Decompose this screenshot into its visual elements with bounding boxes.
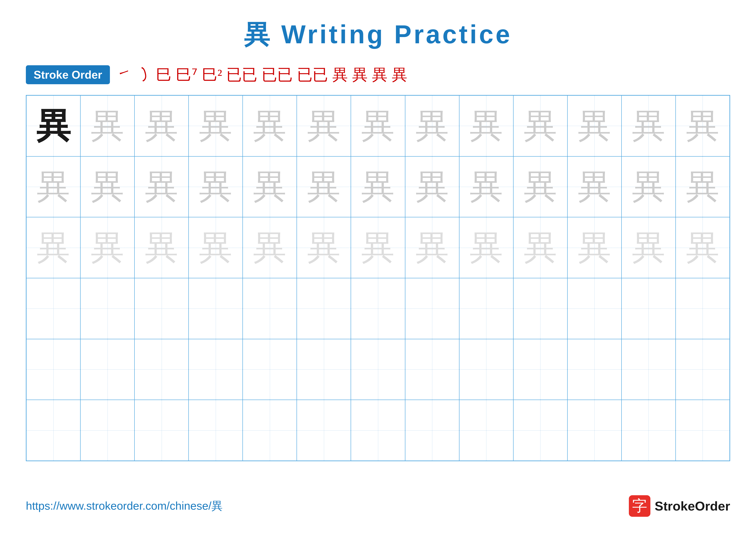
grid-cell[interactable] [80,400,134,461]
grid-cell[interactable] [567,339,622,400]
grid-cell[interactable]: 異 [405,156,459,217]
grid-cell[interactable]: 異 [189,95,243,156]
grid-cell[interactable]: 異 [297,95,351,156]
grid-cell[interactable] [622,400,676,461]
grid-cell[interactable] [297,339,351,400]
grid-cell[interactable]: 異 [26,156,80,217]
grid-cell[interactable] [459,278,513,339]
grid-cell[interactable]: 異 [189,217,243,278]
footer-logo-text: StrokeOrder [655,499,730,514]
grid-cell[interactable]: 異 [297,156,351,217]
grid-cell[interactable] [459,400,513,461]
stroke-order-badge: Stroke Order [26,65,110,84]
grid-cell[interactable] [513,339,567,400]
practice-char: 異 [37,170,70,203]
grid-cell[interactable] [134,400,189,461]
grid-cell[interactable] [676,339,730,400]
grid-cell[interactable] [567,278,622,339]
grid-cell[interactable]: 異 [351,95,405,156]
grid-cell[interactable] [26,339,80,400]
grid-cell[interactable]: 異 [297,217,351,278]
grid-cell[interactable] [243,339,297,400]
grid-cell[interactable]: 異 [459,217,513,278]
grid-cell[interactable] [459,339,513,400]
grid-cell[interactable]: 異 [459,95,513,156]
grid-cell[interactable] [189,339,243,400]
grid-cell[interactable]: 異 [405,95,459,156]
grid-cell[interactable]: 異 [243,95,297,156]
grid-cell[interactable] [297,400,351,461]
grid-cell[interactable]: 異 [26,95,80,156]
grid-cell[interactable] [189,400,243,461]
grid-cell[interactable]: 異 [676,217,730,278]
grid-cell[interactable] [80,278,134,339]
grid-cell[interactable]: 異 [80,156,134,217]
grid-cell[interactable]: 異 [567,217,622,278]
grid-cell[interactable] [351,339,405,400]
stroke-step-11: 異 [372,67,388,83]
grid-cell[interactable]: 異 [567,156,622,217]
footer-url[interactable]: https://www.strokeorder.com/chinese/異 [26,498,223,514]
grid-cell[interactable] [189,278,243,339]
stroke-step-4: 巳⁷ [176,67,198,83]
grid-cell[interactable]: 異 [351,156,405,217]
grid-cell[interactable]: 異 [26,217,80,278]
practice-char: 異 [145,109,178,142]
grid-cell[interactable] [676,400,730,461]
grid-cell[interactable] [622,339,676,400]
grid-cell[interactable]: 異 [676,95,730,156]
grid-cell[interactable] [26,278,80,339]
practice-char: 異 [145,170,178,203]
grid-cell[interactable]: 異 [405,217,459,278]
grid-cell[interactable] [26,400,80,461]
grid-cell[interactable] [134,339,189,400]
stroke-step-1: ㇀ [116,67,132,83]
grid-cell[interactable] [134,278,189,339]
grid-cell[interactable]: 異 [622,217,676,278]
grid-cell[interactable]: 異 [80,95,134,156]
grid-cell[interactable]: 異 [243,217,297,278]
stroke-step-2: ㇁ [136,67,152,83]
practice-char: 異 [416,231,449,264]
grid-cell[interactable] [243,278,297,339]
practice-char: 異 [632,170,665,203]
grid-cell[interactable] [297,278,351,339]
stroke-order-row: Stroke Order ㇀㇁巳巳⁷巳²已已已已已已異異異異 [26,65,730,84]
practice-char: 異 [361,170,394,203]
grid-cell[interactable]: 異 [134,95,189,156]
grid-cell[interactable] [513,400,567,461]
grid-cell[interactable]: 異 [80,217,134,278]
grid-cell[interactable]: 異 [513,217,567,278]
grid-cell[interactable]: 異 [513,156,567,217]
practice-char: 異 [470,170,503,203]
grid-cell[interactable] [676,278,730,339]
grid-cell[interactable] [351,278,405,339]
grid-cell[interactable]: 異 [134,217,189,278]
grid-cell[interactable] [80,339,134,400]
grid-cell[interactable] [351,400,405,461]
grid-cell[interactable] [513,278,567,339]
grid-cell[interactable] [405,278,459,339]
grid-cell[interactable] [567,400,622,461]
grid-cell[interactable]: 異 [513,95,567,156]
grid-cell[interactable]: 異 [622,156,676,217]
grid-cell[interactable]: 異 [459,156,513,217]
stroke-step-5: 巳² [202,67,222,83]
grid-cell[interactable]: 異 [351,217,405,278]
grid-cell[interactable]: 異 [134,156,189,217]
practice-char: 異 [470,109,503,142]
grid-cell[interactable]: 異 [189,156,243,217]
grid-cell[interactable]: 異 [676,156,730,217]
grid-cell[interactable] [243,400,297,461]
grid-cell[interactable] [405,339,459,400]
grid-cell[interactable]: 異 [243,156,297,217]
practice-grid[interactable]: 異異異異異異異異異異異異異異異異異異異異異異異異異異異異異異異異異異異異異異異 [26,95,730,461]
practice-char: 異 [361,231,394,264]
grid-cell[interactable]: 異 [622,95,676,156]
practice-char: 異 [145,231,178,264]
grid-cell[interactable] [622,278,676,339]
grid-cell[interactable]: 異 [567,95,622,156]
practice-char: 異 [199,170,232,203]
grid-cell[interactable] [405,400,459,461]
stroke-step-8: 已已 [297,67,328,83]
